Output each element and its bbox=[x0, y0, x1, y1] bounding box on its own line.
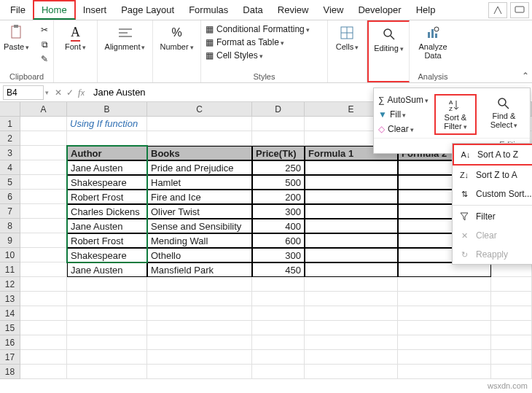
tab-pagelayout[interactable]: Page Layout bbox=[114, 1, 181, 18]
cell[interactable] bbox=[147, 292, 252, 306]
tab-formulas[interactable]: Formulas bbox=[181, 1, 235, 18]
cell[interactable] bbox=[491, 335, 532, 350]
analyze-button[interactable]: Analyze Data bbox=[414, 23, 452, 61]
row-head[interactable]: 17 bbox=[0, 350, 20, 365]
cell[interactable] bbox=[491, 321, 532, 335]
cell[interactable] bbox=[252, 131, 305, 146]
row-head[interactable]: 1 bbox=[0, 117, 20, 131]
cell[interactable]: Mending Wall bbox=[147, 233, 252, 248]
cell[interactable] bbox=[20, 262, 67, 277]
cell[interactable]: Author bbox=[67, 146, 147, 160]
tab-data[interactable]: Data bbox=[235, 1, 270, 18]
cell[interactable]: Price(Tk) bbox=[252, 146, 305, 160]
cell[interactable] bbox=[147, 306, 252, 321]
row-head[interactable]: 5 bbox=[0, 175, 20, 190]
tab-help[interactable]: Help bbox=[409, 1, 443, 18]
row-head[interactable]: 10 bbox=[0, 248, 20, 262]
cell[interactable] bbox=[305, 204, 398, 219]
cell[interactable] bbox=[305, 292, 398, 306]
fx-icon[interactable]: fx bbox=[78, 87, 85, 98]
cell[interactable] bbox=[147, 321, 252, 335]
row-head[interactable]: 9 bbox=[0, 233, 20, 248]
cell[interactable] bbox=[20, 219, 67, 233]
row-head[interactable]: 7 bbox=[0, 204, 20, 219]
row-head[interactable]: 3 bbox=[0, 146, 20, 160]
cell[interactable] bbox=[20, 204, 67, 219]
alignment-button[interactable]: Alignment bbox=[102, 23, 149, 52]
cell[interactable] bbox=[20, 160, 67, 175]
row-head[interactable]: 12 bbox=[0, 277, 20, 292]
cell[interactable] bbox=[67, 321, 147, 335]
row-head[interactable]: 6 bbox=[0, 190, 20, 204]
cell[interactable]: Charles Dickens bbox=[67, 204, 147, 219]
cell[interactable] bbox=[252, 365, 305, 379]
cell[interactable] bbox=[20, 306, 67, 321]
cell[interactable]: Jane Austen bbox=[67, 262, 147, 277]
filter-item[interactable]: Filter bbox=[453, 207, 532, 226]
cell[interactable] bbox=[491, 292, 532, 306]
cell[interactable] bbox=[67, 350, 147, 365]
copy-icon[interactable]: ⧉ bbox=[36, 38, 52, 51]
cell[interactable]: Robert Frost bbox=[67, 233, 147, 248]
col-D[interactable]: D bbox=[252, 102, 305, 116]
cell[interactable]: Jane Austen bbox=[67, 160, 147, 175]
cell[interactable] bbox=[67, 335, 147, 350]
cell[interactable] bbox=[491, 365, 532, 379]
cells-button[interactable]: Cells bbox=[333, 23, 361, 52]
cell[interactable]: Robert Frost bbox=[67, 190, 147, 204]
cell[interactable]: 450 bbox=[252, 262, 305, 277]
cell[interactable]: 400 bbox=[252, 219, 305, 233]
cell-styles-button[interactable]: ▦Cell Styles bbox=[206, 50, 263, 61]
font-button[interactable]: A Font bbox=[62, 23, 89, 52]
row-head[interactable]: 18 bbox=[0, 365, 20, 379]
cell[interactable] bbox=[252, 306, 305, 321]
cell[interactable] bbox=[20, 131, 67, 146]
cell[interactable] bbox=[147, 131, 252, 146]
cell[interactable]: Shakespeare bbox=[67, 248, 147, 262]
tab-developer[interactable]: Developer bbox=[351, 1, 408, 18]
cell[interactable]: Shakespeare bbox=[67, 175, 147, 190]
cell[interactable] bbox=[398, 262, 491, 277]
cell[interactable] bbox=[20, 146, 67, 160]
sort-az-item[interactable]: A↓Sort A to Z bbox=[453, 144, 532, 166]
cell[interactable] bbox=[147, 277, 252, 292]
cell[interactable] bbox=[491, 262, 532, 277]
cell[interactable] bbox=[398, 335, 491, 350]
cell[interactable] bbox=[252, 292, 305, 306]
cell[interactable]: 200 bbox=[252, 190, 305, 204]
cell[interactable] bbox=[252, 277, 305, 292]
sort-za-item[interactable]: Z↓Sort Z to A bbox=[453, 166, 532, 184]
cell[interactable] bbox=[20, 365, 67, 379]
tab-view[interactable]: View bbox=[316, 1, 351, 18]
cell[interactable]: Hamlet bbox=[147, 175, 252, 190]
col-C[interactable]: C bbox=[147, 102, 252, 116]
cell[interactable] bbox=[305, 160, 398, 175]
cell[interactable] bbox=[252, 335, 305, 350]
row-head[interactable]: 11 bbox=[0, 262, 20, 277]
tab-file[interactable]: File bbox=[3, 1, 33, 18]
enter-icon[interactable]: ✓ bbox=[66, 87, 74, 98]
cond-format-button[interactable]: ▦Conditional Formatting bbox=[206, 23, 310, 35]
row-head[interactable]: 14 bbox=[0, 306, 20, 321]
autosum-button[interactable]: ∑AutoSum bbox=[378, 94, 429, 106]
cell[interactable] bbox=[147, 365, 252, 379]
row-head[interactable]: 16 bbox=[0, 335, 20, 350]
cell[interactable] bbox=[305, 335, 398, 350]
comments-icon[interactable] bbox=[510, 2, 529, 18]
cell[interactable] bbox=[20, 292, 67, 306]
sort-filter-button[interactable]: AZ Sort & Filter bbox=[434, 94, 477, 135]
cell[interactable] bbox=[305, 233, 398, 248]
cell[interactable] bbox=[67, 292, 147, 306]
cell[interactable] bbox=[491, 277, 532, 292]
cell[interactable] bbox=[20, 117, 67, 131]
cell[interactable]: Pride and Prejudice bbox=[147, 160, 252, 175]
cell[interactable]: Oliver Twist bbox=[147, 204, 252, 219]
tab-insert[interactable]: Insert bbox=[76, 1, 114, 18]
cell[interactable] bbox=[20, 350, 67, 365]
cell[interactable]: Using If function bbox=[67, 117, 147, 131]
cell[interactable] bbox=[67, 306, 147, 321]
cell[interactable] bbox=[252, 350, 305, 365]
cell[interactable] bbox=[252, 321, 305, 335]
fill-button[interactable]: ▼Fill bbox=[378, 109, 429, 120]
tab-home[interactable]: Home bbox=[33, 0, 76, 20]
